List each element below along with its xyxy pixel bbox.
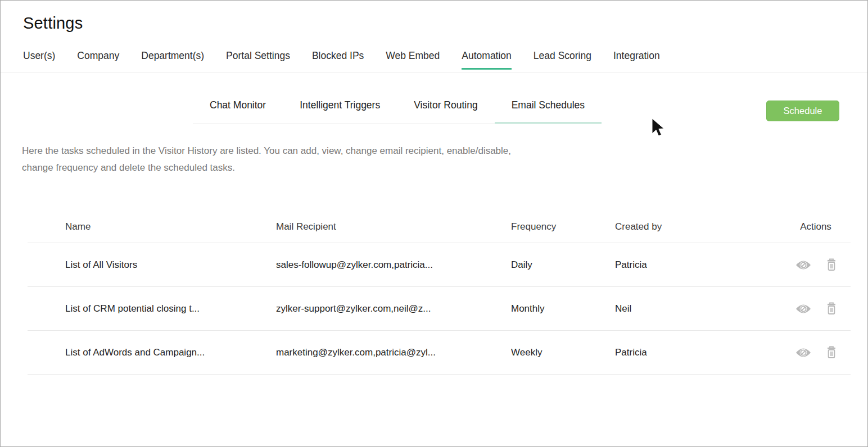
mouse-cursor-icon xyxy=(650,118,667,140)
cell-created-by: Patricia xyxy=(615,259,781,271)
automation-sub-tab-bar: Chat Monitor Intelligent Triggers Visito… xyxy=(193,93,602,124)
settings-page: Settings User(s) Company Department(s) P… xyxy=(0,0,868,447)
description-line-2: change frequency and delete the schedule… xyxy=(22,159,511,176)
col-header-frequency: Frequency xyxy=(511,221,615,232)
cell-name: List of All Visitors xyxy=(65,259,276,271)
col-header-created-by: Created by xyxy=(615,221,781,232)
cell-created-by: Neil xyxy=(615,303,781,314)
subtab-email-schedules[interactable]: Email Schedules xyxy=(495,93,602,124)
tab-integration[interactable]: Integration xyxy=(613,50,660,70)
cell-actions xyxy=(781,346,851,359)
col-header-name: Name xyxy=(65,221,276,232)
schedule-button[interactable]: Schedule xyxy=(766,101,839,121)
cell-created-by: Patricia xyxy=(615,347,781,358)
cell-mail-recipient: sales-followup@zylker.com,patricia... xyxy=(276,259,511,271)
page-description: Here the tasks scheduled in the Visitor … xyxy=(22,143,511,176)
table-row: List of All Visitors sales-followup@zylk… xyxy=(28,243,851,287)
table-row: List of AdWords and Campaign... marketin… xyxy=(28,331,851,375)
tab-company[interactable]: Company xyxy=(77,50,119,70)
cell-actions xyxy=(781,302,851,315)
email-schedules-table: Name Mail Recipient Frequency Created by… xyxy=(28,211,851,375)
main-tab-bar: User(s) Company Department(s) Portal Set… xyxy=(23,50,660,70)
cell-name: List of AdWords and Campaign... xyxy=(65,347,276,358)
tab-blocked-ips[interactable]: Blocked IPs xyxy=(312,50,364,70)
tab-web-embed[interactable]: Web Embed xyxy=(386,50,440,70)
subtab-visitor-routing[interactable]: Visitor Routing xyxy=(397,93,495,123)
table-header-row: Name Mail Recipient Frequency Created by… xyxy=(28,211,851,243)
cell-mail-recipient: zylker-support@zylker.com,neil@z... xyxy=(276,303,511,314)
cell-name: List of CRM potential closing t... xyxy=(65,303,276,314)
trash-icon[interactable] xyxy=(826,302,837,315)
trash-icon[interactable] xyxy=(826,346,837,359)
eye-disabled-icon[interactable] xyxy=(795,347,812,358)
cell-mail-recipient: marketing@zylker.com,patricia@zyl... xyxy=(276,347,511,358)
tab-lead-scoring[interactable]: Lead Scoring xyxy=(534,50,591,70)
table-row: List of CRM potential closing t... zylke… xyxy=(28,287,851,331)
subtab-chat-monitor[interactable]: Chat Monitor xyxy=(193,93,283,123)
col-header-mail-recipient: Mail Recipient xyxy=(276,221,511,232)
eye-disabled-icon[interactable] xyxy=(795,303,812,314)
trash-icon[interactable] xyxy=(826,258,837,271)
tab-users[interactable]: User(s) xyxy=(23,50,55,70)
header-divider xyxy=(1,72,867,72)
col-header-actions: Actions xyxy=(781,221,851,232)
tab-departments[interactable]: Department(s) xyxy=(141,50,204,70)
subtab-intelligent-triggers[interactable]: Intelligent Triggers xyxy=(283,93,397,123)
page-title: Settings xyxy=(23,14,83,33)
tab-automation[interactable]: Automation xyxy=(462,50,512,70)
cell-actions xyxy=(781,258,851,271)
eye-disabled-icon[interactable] xyxy=(795,259,812,271)
description-line-1: Here the tasks scheduled in the Visitor … xyxy=(22,143,511,159)
cell-frequency: Monthly xyxy=(511,303,615,314)
tab-portal-settings[interactable]: Portal Settings xyxy=(226,50,290,70)
cell-frequency: Daily xyxy=(511,259,615,271)
cell-frequency: Weekly xyxy=(511,347,615,358)
